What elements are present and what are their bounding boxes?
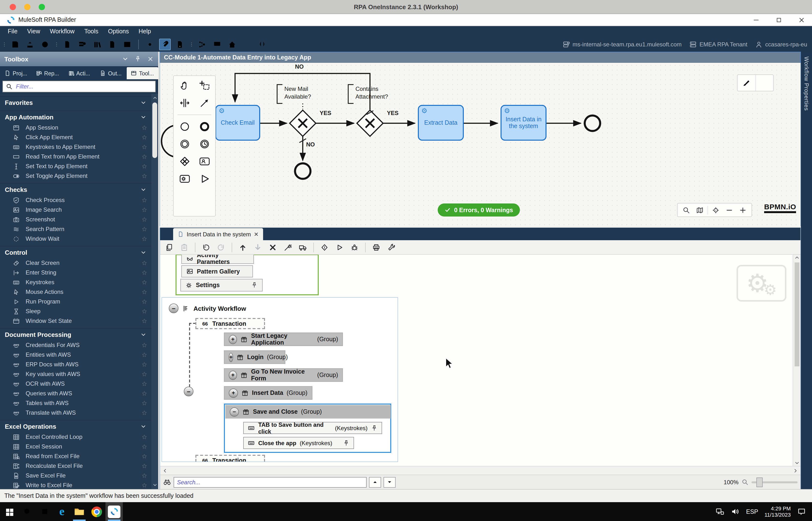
truck-icon[interactable] xyxy=(299,243,307,252)
undo-icon[interactable] xyxy=(202,243,211,252)
printer-icon[interactable] xyxy=(372,243,380,252)
toolbox-item-excel-session[interactable]: Excel Session xyxy=(0,442,151,451)
collapse-group-button[interactable]: − xyxy=(230,407,239,416)
pin-icon[interactable] xyxy=(343,439,350,446)
group-row-save-and-close[interactable]: − Save and Close (Group) xyxy=(225,405,391,418)
workflow-properties-strip[interactable]: Workflow Properties xyxy=(801,52,812,489)
favorite-star-icon[interactable] xyxy=(141,298,148,305)
taskbar-folder-button[interactable] xyxy=(71,502,88,521)
gear-icon[interactable] xyxy=(144,39,156,50)
toolbox-item-mouse-actions[interactable]: Mouse Actions xyxy=(0,287,151,297)
favorite-star-icon[interactable] xyxy=(141,207,148,213)
palette-circle-thick-icon[interactable] xyxy=(199,121,210,132)
favorite-star-icon[interactable] xyxy=(141,260,148,266)
taskbar-taskview-button[interactable] xyxy=(36,502,53,521)
wrench-icon[interactable] xyxy=(387,243,396,252)
page-alert-icon[interactable] xyxy=(174,39,186,50)
transaction-node[interactable]: 66 Transaction xyxy=(195,455,265,462)
validation-badge[interactable]: 0 Errors, 0 Warnings xyxy=(438,203,520,217)
favorite-star-icon[interactable] xyxy=(141,124,148,131)
toolbox-item-recalculate-excel-file[interactable]: Recalculate Excel File xyxy=(0,461,151,471)
workflow-search-input[interactable] xyxy=(174,477,367,488)
copy-icon[interactable] xyxy=(165,243,174,252)
tab-out[interactable]: Out... xyxy=(95,67,127,79)
section-favorites[interactable]: Favorites xyxy=(0,96,151,108)
favorite-star-icon[interactable] xyxy=(141,269,148,276)
bug-icon[interactable] xyxy=(350,243,359,252)
toolbox-item-read-text-from-app-element[interactable]: Read Text from App Element xyxy=(0,152,151,161)
activity-parameters-button[interactable]: Activity Parameters xyxy=(181,255,254,264)
section-checks[interactable]: Checks xyxy=(0,183,151,195)
magnifier-icon[interactable] xyxy=(680,206,693,214)
toolbox-item-screenshot[interactable]: Screenshot xyxy=(0,214,151,224)
section-excel-operations[interactable]: Excel Operations xyxy=(0,420,151,432)
toolbox-item-sleep[interactable]: Sleep xyxy=(0,307,151,316)
scroll-down-icon[interactable] xyxy=(794,460,800,466)
palette-circle-clock-icon[interactable] xyxy=(199,138,210,150)
favorite-star-icon[interactable] xyxy=(141,144,148,150)
favorite-star-icon[interactable] xyxy=(141,381,148,387)
favorite-star-icon[interactable] xyxy=(141,390,148,397)
taskbar-chrome-button[interactable] xyxy=(88,502,105,521)
favorite-star-icon[interactable] xyxy=(141,482,148,489)
palette-circle-icon[interactable] xyxy=(179,121,190,132)
flow-icon[interactable] xyxy=(196,39,208,50)
app-window-icon[interactable] xyxy=(122,39,133,50)
delete-icon[interactable] xyxy=(268,243,277,252)
horizontal-scrollbar[interactable] xyxy=(160,466,800,475)
page-lines-icon[interactable] xyxy=(106,39,118,50)
play-outline-icon[interactable] xyxy=(335,243,344,252)
maximize-button[interactable] xyxy=(775,16,783,23)
monitor-icon[interactable] xyxy=(211,39,223,50)
page-icon[interactable] xyxy=(61,39,73,50)
favorite-star-icon[interactable] xyxy=(141,318,148,324)
notification-center-icon[interactable] xyxy=(797,507,806,516)
activity-row-close-the-app[interactable]: Close the app(Keystrokes) xyxy=(243,437,354,449)
pattern-gallery-button[interactable]: Pattern Gallery xyxy=(181,265,253,277)
speaker-icon[interactable] xyxy=(730,507,740,516)
favorite-star-icon[interactable] xyxy=(141,226,148,232)
taskbar-search-button[interactable] xyxy=(18,502,36,521)
section-document-processing[interactable]: Document Processing xyxy=(0,328,151,340)
palette-hand-icon[interactable] xyxy=(179,80,190,91)
expand-group-button[interactable]: + xyxy=(229,353,233,362)
palette-task-gear-icon[interactable] xyxy=(179,173,190,185)
menu-help[interactable]: Help xyxy=(134,26,156,37)
scrollbar-thumb[interactable] xyxy=(794,263,799,366)
settings-button[interactable]: Settings xyxy=(180,279,263,291)
emea-rpa-tenant[interactable]: EMEA RPA Tenant xyxy=(689,41,747,48)
favorite-star-icon[interactable] xyxy=(141,434,148,440)
save-and-close-group-expanded[interactable]: − Save and Close (Group) TAB to Save but… xyxy=(224,404,391,453)
palette-diamond-x-icon[interactable] xyxy=(179,156,190,167)
ccasares-rpa-eu[interactable]: ccasares-rpa-eu xyxy=(755,41,807,48)
toolbox-item-app-session[interactable]: App Session xyxy=(0,123,151,132)
favorite-star-icon[interactable] xyxy=(141,371,148,377)
favorite-star-icon[interactable] xyxy=(141,400,148,406)
chevron-down-icon[interactable] xyxy=(122,55,129,62)
menu-file[interactable]: File xyxy=(3,26,22,37)
task-insert-data[interactable]: ⚙ Insert Data in the system xyxy=(501,105,547,141)
palette-lasso-icon[interactable] xyxy=(199,80,210,91)
group-row-go-to-new-invoice-form[interactable]: +Go To New Invoice Form(Group) xyxy=(224,368,343,382)
favorite-star-icon[interactable] xyxy=(141,173,148,179)
db-search-icon[interactable] xyxy=(76,39,88,50)
toolbox-item-key-values-with-aws[interactable]: awsKey values with AWS xyxy=(0,369,151,379)
toolbox-item-excel-controlled-loop[interactable]: Excel Controlled Loop xyxy=(0,432,151,442)
minus-icon[interactable] xyxy=(723,206,736,214)
menu-workflow[interactable]: Workflow xyxy=(45,26,79,37)
map-icon[interactable] xyxy=(693,206,707,214)
tab-proj[interactable]: Proj... xyxy=(0,67,32,79)
expand-group-button[interactable]: + xyxy=(229,335,237,344)
menu-view[interactable]: View xyxy=(22,26,45,37)
favorite-star-icon[interactable] xyxy=(141,216,148,223)
scroll-up-icon[interactable] xyxy=(152,95,157,100)
toolbox-item-run-program[interactable]: Run Program xyxy=(0,297,151,307)
toolbox-item-click-app-element[interactable]: Click App Element xyxy=(0,132,151,142)
section-control[interactable]: Control xyxy=(0,246,151,258)
toolbox-item-enter-string[interactable]: Enter String xyxy=(0,268,151,277)
crosshair-icon[interactable] xyxy=(709,206,723,214)
close-tab-icon[interactable]: ✕ xyxy=(254,231,259,237)
search-next-button[interactable] xyxy=(383,477,396,488)
language-indicator[interactable]: ESP xyxy=(746,508,758,515)
palette-connector-icon[interactable] xyxy=(199,97,210,109)
